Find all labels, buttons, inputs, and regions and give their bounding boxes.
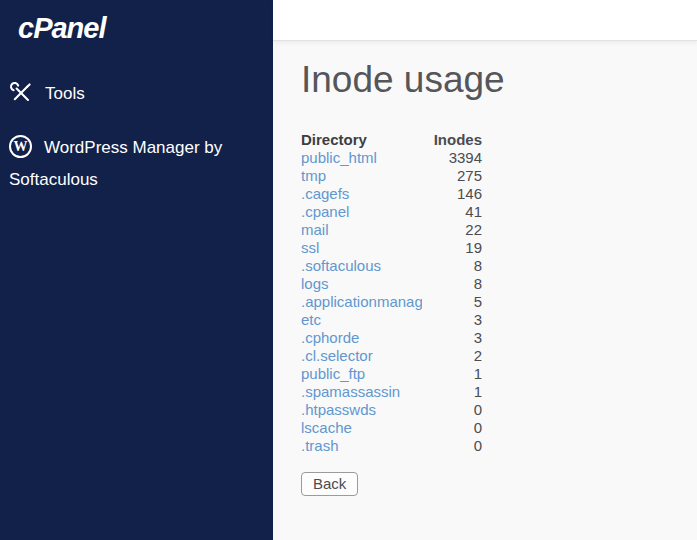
content-area: Inode usage Directory Inodes public_html…: [273, 41, 697, 496]
sidebar: cPanel Tools WWordPress Manager by Softa…: [0, 0, 273, 540]
inode-count: 3394: [422, 149, 482, 167]
directory-link[interactable]: mail: [301, 221, 329, 238]
inode-count: 22: [422, 221, 482, 239]
directory-link[interactable]: .applicationmanager: [301, 293, 422, 310]
table-row: .htpasswds 0: [301, 401, 482, 419]
inodes-column-header: Inodes: [422, 131, 482, 149]
table-row: .cl.selector 2: [301, 347, 482, 365]
directory-link[interactable]: ssl: [301, 239, 319, 256]
directory-link[interactable]: public_ftp: [301, 365, 365, 382]
directory-link[interactable]: .htpasswds: [301, 401, 376, 418]
table-row: tmp 275: [301, 167, 482, 185]
directory-link[interactable]: tmp: [301, 167, 326, 184]
table-row: .spamassassin 1: [301, 383, 482, 401]
table-row: lscache 0: [301, 419, 482, 437]
table-row: .trash 0: [301, 437, 482, 455]
directory-link[interactable]: .cagefs: [301, 185, 349, 202]
sidebar-item-label: Tools: [45, 84, 85, 103]
inode-count: 41: [422, 203, 482, 221]
sidebar-item-label: WordPress Manager by Softaculous: [9, 138, 222, 189]
directory-link[interactable]: .cpanel: [301, 203, 349, 220]
directory-link[interactable]: lscache: [301, 419, 352, 436]
inode-count: 8: [422, 275, 482, 293]
directory-link[interactable]: .cl.selector: [301, 347, 373, 364]
table-row: .cpanel 41: [301, 203, 482, 221]
inode-count: 0: [422, 419, 482, 437]
directory-link[interactable]: .spamassassin: [301, 383, 400, 400]
inode-count: 5: [422, 293, 482, 311]
directory-link[interactable]: logs: [301, 275, 329, 292]
inode-count: 3: [422, 329, 482, 347]
table-row: .cagefs 146: [301, 185, 482, 203]
inode-count: 2: [422, 347, 482, 365]
inode-count: 275: [422, 167, 482, 185]
directory-link[interactable]: .cphorde: [301, 329, 359, 346]
table-row: .softaculous 8: [301, 257, 482, 275]
inode-usage-table: Directory Inodes public_html 3394 tmp 27…: [301, 131, 482, 455]
table-row: logs 8: [301, 275, 482, 293]
directory-link[interactable]: .trash: [301, 437, 339, 454]
table-row: public_ftp 1: [301, 365, 482, 383]
inode-count: 3: [422, 311, 482, 329]
app-window: cPanel Tools WWordPress Manager by Softa…: [0, 0, 697, 540]
tools-icon: [9, 81, 33, 105]
directory-column-header: Directory: [301, 131, 422, 149]
table-row: .applicationmanager 5: [301, 293, 482, 311]
directory-link[interactable]: .softaculous: [301, 257, 381, 274]
top-header-bar: [273, 0, 697, 41]
inode-count: 8: [422, 257, 482, 275]
sidebar-item-wordpress-manager[interactable]: WWordPress Manager by Softaculous: [0, 132, 273, 196]
sidebar-nav: Tools WWordPress Manager by Softaculous: [0, 78, 273, 196]
inode-count: 146: [422, 185, 482, 203]
inode-count: 19: [422, 239, 482, 257]
table-row: ssl 19: [301, 239, 482, 257]
sidebar-item-tools[interactable]: Tools: [0, 78, 273, 110]
directory-link[interactable]: etc: [301, 311, 321, 328]
table-row: .cphorde 3: [301, 329, 482, 347]
inode-count: 0: [422, 437, 482, 455]
back-button[interactable]: Back: [301, 472, 358, 496]
table-row: mail 22: [301, 221, 482, 239]
directory-link[interactable]: public_html: [301, 149, 377, 166]
inode-count: 0: [422, 401, 482, 419]
cpanel-logo[interactable]: cPanel: [0, 0, 106, 46]
wordpress-icon: W: [9, 135, 32, 158]
inode-count: 1: [422, 365, 482, 383]
inode-count: 1: [422, 383, 482, 401]
table-header-row: Directory Inodes: [301, 131, 482, 149]
table-row: public_html 3394: [301, 149, 482, 167]
table-row: etc 3: [301, 311, 482, 329]
main-panel: Inode usage Directory Inodes public_html…: [273, 0, 697, 540]
page-title: Inode usage: [301, 58, 697, 102]
